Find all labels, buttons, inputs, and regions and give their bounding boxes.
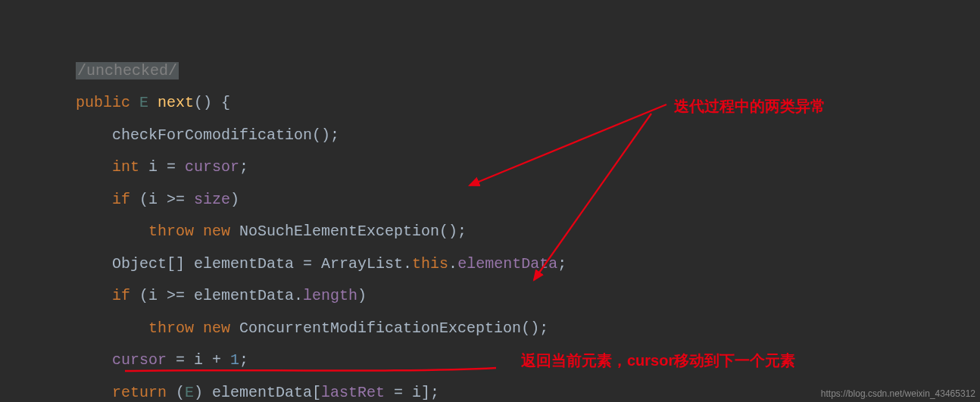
type-generic: E — [139, 94, 148, 111]
dot: . — [448, 255, 457, 273]
assign-i: i = — [139, 158, 185, 176]
field-lastRet: lastRet — [321, 384, 385, 401]
semi: ; — [239, 158, 248, 176]
call-check: checkForComodification(); — [112, 126, 339, 144]
semi: ; — [557, 255, 566, 273]
ex-concurrent: ConcurrentModificationException(); — [230, 319, 548, 337]
stmt-obj: Object[] elementData = ArrayList. — [112, 255, 412, 273]
field-size: size — [194, 191, 230, 208]
field-length: length — [303, 287, 357, 304]
kw-new: new — [203, 223, 230, 240]
ret-a: ( — [167, 384, 185, 401]
kw-throw: throw — [148, 319, 194, 337]
field-cursor: cursor — [112, 351, 167, 369]
type-E: E — [185, 384, 194, 401]
watermark: https://blog.csdn.net/weixin_43465312 — [821, 388, 975, 399]
assign-cursor: = i + — [167, 351, 230, 369]
paren: ) — [357, 287, 367, 304]
annotation-two-exceptions: 迭代过程中的两类异常 — [674, 96, 826, 117]
punc: () { — [194, 94, 230, 111]
kw-if: if — [112, 287, 130, 304]
cond-2: (i >= elementData. — [130, 287, 303, 304]
field-elementData: elementData — [457, 255, 557, 273]
kw-return: return — [112, 384, 167, 401]
kw-int: int — [112, 158, 139, 176]
annotation-return-cursor: 返回当前元素，cursor移动到下一个元素 — [521, 351, 795, 371]
ex-nosuch: NoSuchElementException(); — [230, 223, 467, 240]
ret-b: ) elementData[ — [194, 384, 321, 401]
comment-unchecked: /unchecked/ — [76, 62, 179, 79]
num-1: 1 — [230, 351, 239, 369]
kw-new: new — [203, 319, 230, 337]
paren: ) — [230, 191, 239, 208]
cond-1: (i >= — [130, 191, 194, 208]
fn-next: next — [158, 94, 194, 111]
kw-throw: throw — [148, 223, 194, 240]
code-block: /unchecked/ public E next() { checkForCo… — [76, 23, 566, 402]
kw-public: public — [76, 94, 130, 111]
kw-this: this — [412, 255, 448, 273]
kw-if: if — [112, 191, 130, 208]
field-cursor: cursor — [185, 158, 239, 176]
semi: ; — [239, 351, 248, 369]
ret-c: = i]; — [385, 384, 439, 401]
